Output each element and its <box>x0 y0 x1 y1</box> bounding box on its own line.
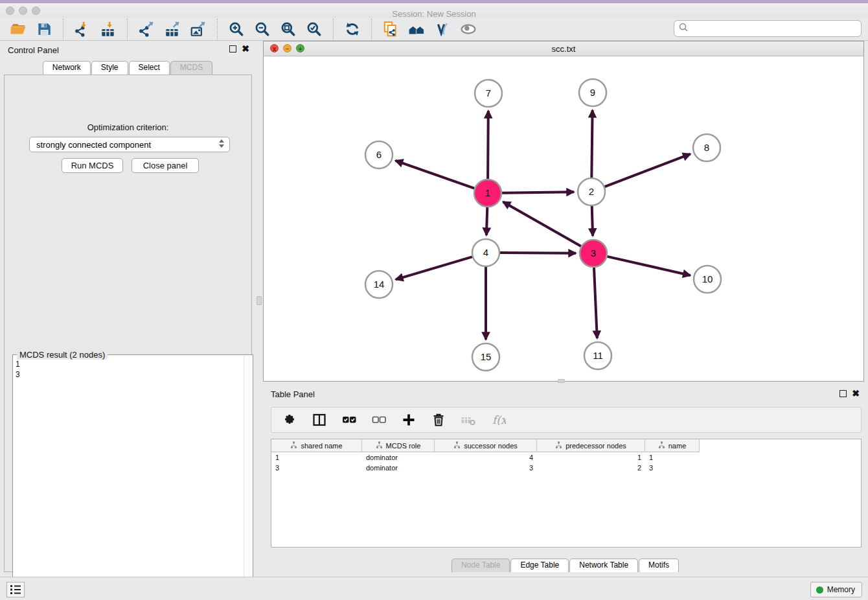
table-row: 1dominator411 <box>271 452 861 463</box>
cell-name[interactable]: 3 <box>645 463 700 473</box>
network-window-title: scc.txt <box>264 44 863 54</box>
task-history-button[interactable] <box>6 582 25 597</box>
show-columns-icon[interactable] <box>309 410 330 430</box>
node-11[interactable]: 11 <box>584 342 611 369</box>
cell-predecessor-nodes[interactable]: 2 <box>537 463 645 473</box>
svg-text:1: 1 <box>485 187 490 198</box>
edge-3-1[interactable] <box>503 202 581 246</box>
cell-name[interactable]: 1 <box>645 452 700 463</box>
column-header-MCDS-role[interactable]: MCDS role <box>362 439 435 452</box>
column-type-icon <box>658 441 665 450</box>
column-type-icon <box>453 441 461 450</box>
edge-2-8[interactable] <box>605 154 691 187</box>
zoom-selected-icon[interactable] <box>304 19 325 39</box>
export-table-icon[interactable] <box>162 19 183 39</box>
cell-shared-name[interactable]: 1 <box>271 452 362 463</box>
export-image-icon[interactable] <box>188 19 209 39</box>
tab-node-table[interactable]: Node Table <box>451 559 510 572</box>
table-body: 1dominator4113dominator323 <box>271 452 861 473</box>
add-row-icon[interactable] <box>398 410 419 430</box>
column-header-successor-nodes[interactable]: successor nodes <box>435 439 537 452</box>
tab-select[interactable]: Select <box>129 61 170 75</box>
edge-2-9[interactable] <box>591 110 592 178</box>
edge-1-2[interactable] <box>502 192 574 192</box>
delete-row-icon[interactable] <box>428 410 449 430</box>
close-panel-icon[interactable]: ✖ <box>242 45 249 52</box>
edge-4-3[interactable] <box>500 253 576 253</box>
edge-3-10[interactable] <box>608 257 691 275</box>
node-15[interactable]: 15 <box>472 343 499 371</box>
node-8[interactable]: 8 <box>693 134 720 161</box>
cell-MCDS-role[interactable]: dominator <box>362 452 435 463</box>
node-14[interactable]: 14 <box>365 271 393 298</box>
svg-text:10: 10 <box>702 273 713 284</box>
network-overview-icon[interactable] <box>406 19 427 39</box>
status-bar: Memory <box>0 577 868 600</box>
tab-network-table[interactable]: Network Table <box>569 559 638 572</box>
select-all-icon[interactable] <box>339 410 360 430</box>
node-7[interactable]: 7 <box>475 80 502 107</box>
zoom-in-icon[interactable] <box>226 19 247 39</box>
table-toolbar: f(x) <box>271 407 862 433</box>
refresh-icon[interactable] <box>342 19 363 39</box>
column-header-shared-name[interactable]: shared name <box>271 439 362 452</box>
cell-successor-nodes[interactable]: 4 <box>435 452 537 463</box>
control-panel-title: Control Panel <box>8 45 59 55</box>
float-panel-icon[interactable] <box>229 45 236 52</box>
run-mcds-button[interactable]: Run MCDS <box>62 158 123 173</box>
close-panel-button[interactable]: Close panel <box>131 158 199 173</box>
show-graphics-details-icon[interactable] <box>458 19 479 39</box>
export-network-icon[interactable] <box>136 19 157 39</box>
edge-2-3[interactable] <box>592 206 593 236</box>
save-session-icon[interactable] <box>34 19 54 39</box>
edge-4-14[interactable] <box>396 257 472 279</box>
search-input[interactable] <box>689 22 861 35</box>
svg-text:2: 2 <box>589 186 594 197</box>
tab-mcds[interactable]: MCDS <box>170 61 212 75</box>
optimization-select-value: strongly connected component <box>36 140 151 150</box>
result-scrollbar[interactable] <box>244 356 252 597</box>
deselect-all-icon[interactable] <box>369 410 389 430</box>
edge-1-4[interactable] <box>486 207 487 235</box>
new-network-from-selection-icon[interactable] <box>380 19 401 39</box>
tab-network[interactable]: Network <box>43 61 91 75</box>
zoom-out-icon[interactable] <box>252 19 273 39</box>
node-table: shared nameMCDS rolesuccessor nodesprede… <box>271 439 862 548</box>
zoom-fit-icon[interactable] <box>278 19 299 39</box>
table-panel-title: Table Panel <box>271 389 315 399</box>
column-header-predecessor-nodes[interactable]: predecessor nodes <box>537 439 645 452</box>
horizontal-splitter-grip[interactable] <box>558 379 565 383</box>
node-3[interactable]: 3 <box>580 240 607 267</box>
apply-style-icon[interactable] <box>432 19 453 39</box>
cell-MCDS-role[interactable]: dominator <box>362 463 435 473</box>
cell-shared-name[interactable]: 3 <box>271 463 362 473</box>
open-folder-icon[interactable] <box>8 19 29 39</box>
column-header-name[interactable]: name <box>645 439 700 452</box>
node-10[interactable]: 10 <box>694 266 721 293</box>
import-table-icon[interactable] <box>98 19 119 39</box>
cell-successor-nodes[interactable]: 3 <box>435 463 537 473</box>
node-4[interactable]: 4 <box>472 239 499 266</box>
node-2[interactable]: 2 <box>578 178 605 205</box>
table-header-row: shared nameMCDS rolesuccessor nodesprede… <box>271 439 861 452</box>
toolbar-separator <box>333 19 334 40</box>
mcds-result-list[interactable]: 13 <box>16 359 20 380</box>
memory-button[interactable]: Memory <box>810 582 862 597</box>
tab-style[interactable]: Style <box>91 61 128 75</box>
node-6[interactable]: 6 <box>365 141 393 168</box>
node-1[interactable]: 1 <box>474 179 501 207</box>
vertical-splitter-grip[interactable] <box>257 296 262 305</box>
edge-3-11[interactable] <box>594 268 597 338</box>
float-table-panel-icon[interactable] <box>839 390 847 397</box>
settings-gear-icon[interactable] <box>279 410 300 430</box>
import-network-icon[interactable] <box>72 19 93 39</box>
tab-edge-table[interactable]: Edge Table <box>510 559 569 572</box>
optimization-select[interactable]: strongly connected component <box>29 137 230 152</box>
close-table-panel-icon[interactable]: ✖ <box>852 390 860 397</box>
edge-1-6[interactable] <box>396 161 475 189</box>
edge-1-7[interactable] <box>488 111 488 179</box>
cell-predecessor-nodes[interactable]: 1 <box>537 452 645 463</box>
tab-motifs[interactable]: Motifs <box>639 559 679 572</box>
node-9[interactable]: 9 <box>579 79 606 106</box>
network-canvas[interactable]: 1234678910111415 <box>264 56 863 381</box>
